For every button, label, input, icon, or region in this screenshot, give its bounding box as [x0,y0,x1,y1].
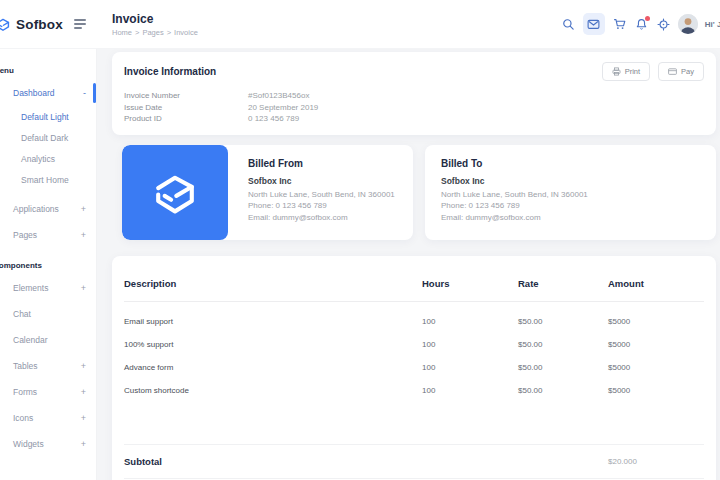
table-header-row: Description Hours Rate Amount [124,278,704,302]
sofbox-box-icon [144,161,206,223]
page-title: Invoice [112,12,198,26]
target-icon[interactable] [656,17,671,32]
billed-to-company: Sofbox Inc [441,176,588,186]
sidebar-item-chat[interactable]: Chat [0,301,96,327]
breadcrumb: Home > Pages > Invoice [112,28,198,37]
sidebar-item-calendar[interactable]: Calendar [0,327,96,353]
expand-indicator: + [81,416,86,420]
brand-area: Sofbox [0,0,96,48]
avatar[interactable] [678,14,698,34]
sidebar-item-tables[interactable]: Tables + [0,353,96,379]
notification-dot [645,16,650,21]
expand-indicator: + [81,364,86,368]
col-description: Description [124,278,422,289]
sidebar-item-default-dark[interactable]: Default Dark [0,127,96,148]
sidebar-item-icons[interactable]: Icons + [0,405,96,431]
header-actions: Hi' John [561,13,720,35]
mail-icon[interactable] [583,13,605,35]
breadcrumb-separator: > [135,28,139,37]
billed-from-title: Billed From [248,158,395,169]
main-content: Invoice Information Print Pay [96,48,720,480]
sidebar: Menu Dashboard - Default Light Default D… [0,48,96,480]
billed-to-address: North Luke Lane, South Bend, IN 360001 [441,189,588,201]
issue-date-row: Issue Date 20 September 2019 [124,102,704,114]
header-main: Invoice Home > Pages > Invoice [96,0,720,48]
billed-to-email: Email: dummy@sofbox.com [441,212,588,224]
sidebar-toggle-icon[interactable] [74,19,86,29]
top-header: Sofbox Invoice Home > Pages > Invoice [0,0,720,49]
sidebar-item-default-light[interactable]: Default Light [0,106,96,127]
product-id-row: Product ID 0 123 456 789 [124,113,704,125]
table-row: 100% support 100 $50.00 $5000 [124,333,704,356]
search-icon[interactable] [561,17,576,32]
brand-name: Sofbox [16,17,63,32]
billed-cards-row: Billed From Sofbox Inc North Luke Lane, … [122,145,716,240]
col-rate: Rate [518,278,608,289]
totals-section: Subtotal $20.000 Discount $500 [124,444,704,480]
expand-indicator: + [81,286,86,290]
sidebar-section-menu: Menu [0,66,96,75]
expand-indicator: + [81,442,86,446]
billed-from-company: Sofbox Inc [248,176,395,186]
sidebar-item-widgets[interactable]: Widgets + [0,431,96,457]
sidebar-item-pages[interactable]: Pages + [0,222,96,248]
pay-button[interactable]: Pay [658,62,704,81]
breadcrumb-pages[interactable]: Pages [142,28,163,37]
sofbox-logo-tile [122,145,228,240]
expand-indicator: + [81,390,86,394]
printer-icon [612,67,621,76]
col-hours: Hours [422,278,518,289]
active-indicator-bar [93,83,96,103]
invoice-items-card: Description Hours Rate Amount Email supp… [112,256,716,480]
collapse-indicator: - [83,91,86,95]
subtotal-row: Subtotal $20.000 [124,445,704,479]
bell-icon[interactable] [634,17,649,32]
sidebar-submenu-dashboard: Default Light Default Dark Analytics Sma… [0,106,96,190]
billed-from-card: Billed From Sofbox Inc North Luke Lane, … [122,145,413,240]
billed-from-phone: Phone: 0 123 456 789 [248,200,395,212]
table-row: Advance form 100 $50.00 $5000 [124,356,704,379]
user-greeting[interactable]: Hi' John [705,20,720,29]
cart-icon[interactable] [612,17,627,32]
sidebar-item-forms[interactable]: Forms + [0,379,96,405]
invoice-information-card: Invoice Information Print Pay [112,52,716,135]
billed-from-address: North Luke Lane, South Bend, IN 360001 [248,189,395,201]
sidebar-item-dashboard[interactable]: Dashboard - [0,80,96,106]
sidebar-item-elements[interactable]: Elements + [0,275,96,301]
sidebar-item-applications[interactable]: Applications + [0,196,96,222]
sidebar-section-components: Components [0,261,96,270]
billed-to-title: Billed To [441,158,588,169]
billed-to-phone: Phone: 0 123 456 789 [441,200,588,212]
card-icon [668,67,677,76]
col-amount: Amount [608,278,704,289]
billed-from-email: Email: dummy@sofbox.com [248,212,395,224]
sidebar-item-analytics[interactable]: Analytics [0,148,96,169]
table-row: Custom shortcode 100 $50.00 $5000 [124,379,704,402]
sidebar-item-smart-home[interactable]: Smart Home [0,169,96,190]
expand-indicator: + [81,207,86,211]
billed-to-card: Billed To Sofbox Inc North Luke Lane, So… [425,145,716,240]
invoice-number-row: Invoice Number #Sof0123B456ox [124,90,704,102]
page-head: Invoice Home > Pages > Invoice [112,12,198,37]
invoice-information-title: Invoice Information [124,66,216,77]
breadcrumb-separator: > [167,28,171,37]
sofbox-logo-icon[interactable] [0,14,13,34]
breadcrumb-invoice: Invoice [174,28,198,37]
table-row: Email support 100 $50.00 $5000 [124,310,704,333]
expand-indicator: + [81,233,86,237]
breadcrumb-home[interactable]: Home [112,28,132,37]
print-button[interactable]: Print [602,62,650,81]
